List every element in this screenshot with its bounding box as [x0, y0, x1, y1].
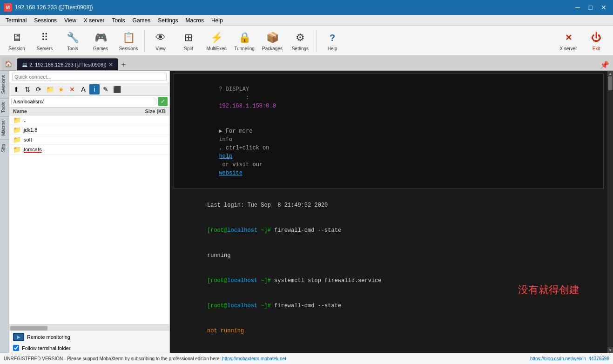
file-list-header: Name Size (KB [9, 108, 169, 115]
tab-bar: 🏠 💻 2. 192.168.126.233 ([JTtest0908]) ✕ … [0, 56, 613, 71]
multiexec-button[interactable]: ⚡ MultiExec [203, 28, 229, 54]
path-bar: ✓ [9, 96, 169, 108]
upload-button[interactable]: ⬆ [11, 84, 21, 94]
side-tabs: Sessions Tools Macros Sftp [0, 71, 9, 353]
delete-button[interactable]: ✕ [67, 84, 77, 94]
follow-terminal-checkbox[interactable]: Follow terminal folder [9, 343, 169, 353]
refresh-button[interactable]: ⟳ [34, 84, 44, 94]
quick-connect-input[interactable] [12, 73, 167, 81]
close-button[interactable]: ✕ [598, 3, 609, 12]
sftp-side-tab[interactable]: Sftp [0, 140, 9, 156]
list-item[interactable]: 📁 jdk1.8 [9, 125, 169, 135]
session-label: Session [8, 46, 25, 51]
remote-monitoring-label: Remote monitoring [27, 334, 70, 340]
scrollbar-thumb[interactable] [10, 326, 47, 330]
menu-macros[interactable]: Macros [182, 16, 208, 25]
sessions2-icon: 📋 [121, 30, 136, 45]
settings-icon: ⚙ [293, 30, 308, 45]
servers-button[interactable]: ⠿ Servers [32, 28, 58, 54]
list-item[interactable]: 📁 tomcats [9, 145, 169, 155]
more-button[interactable]: ⬛ [112, 84, 122, 94]
tools-button[interactable]: 🔧 Tools [60, 28, 86, 54]
monitor-icon: ▶ [13, 333, 24, 341]
bookmark-button[interactable]: ★ [56, 84, 66, 94]
terminal-line: [root@localhost ~]# firewall-cmd --list-… [174, 344, 604, 353]
help-icon: ? [325, 30, 340, 45]
tools-label: Tools [67, 46, 78, 51]
session-button[interactable]: 🖥 Session [4, 28, 30, 54]
macros-side-tab[interactable]: Macros [0, 116, 9, 140]
menu-sessions[interactable]: Sessions [30, 16, 61, 25]
remote-monitoring-button[interactable]: ▶ Remote monitoring [9, 331, 169, 343]
pin-button[interactable]: 📌 [598, 60, 611, 70]
tab-close-button[interactable]: ✕ [108, 61, 113, 68]
help-button[interactable]: ? Help [319, 28, 345, 54]
horizontal-scrollbar[interactable] [9, 324, 169, 331]
tunneling-button[interactable]: 🔒 Tunneling [231, 28, 257, 54]
terminal-tab[interactable]: 💻 2. 192.168.126.233 ([JTtest0908]) ✕ [17, 58, 118, 70]
sessions2-label: Sessions [119, 46, 138, 51]
terminal-scrollbar[interactable]: ▲ ▼ [607, 71, 613, 353]
minimize-button[interactable]: ─ [572, 3, 583, 12]
mobatek-link[interactable]: https://mobaxterm.mobatek.net [222, 356, 286, 361]
multiexec-icon: ⚡ [209, 30, 224, 45]
games-icon: 🎮 [93, 30, 108, 45]
menu-settings[interactable]: Settings [154, 16, 182, 25]
sort-button[interactable]: ⇅ [22, 84, 33, 94]
settings-button[interactable]: ⚙ Settings [287, 28, 313, 54]
xserver-button[interactable]: ✕ X server [555, 28, 581, 54]
scroll-down-arrow[interactable]: ▼ [607, 347, 613, 353]
sessions-side-tab[interactable]: Sessions [0, 71, 9, 98]
menu-games[interactable]: Games [129, 16, 155, 25]
terminal-line: [root@localhost ~]# firewall-cmd --state [174, 218, 604, 243]
list-item[interactable]: 📁 soft [9, 135, 169, 145]
menu-help[interactable]: Help [208, 16, 227, 25]
tools-icon: 🔧 [65, 30, 80, 45]
scroll-up-arrow[interactable]: ▲ [607, 71, 613, 76]
scrollbar-thumb[interactable] [608, 76, 613, 90]
list-item[interactable]: 📁 .. [9, 115, 169, 125]
terminal-line: [root@localhost ~]# firewall-cmd --state [174, 293, 604, 318]
maximize-button[interactable]: □ [585, 3, 596, 12]
chinese-annotation: 没有就得创建 [518, 283, 579, 297]
scrollbar-track[interactable] [607, 76, 613, 347]
website-link[interactable]: website [219, 170, 242, 176]
menu-view[interactable]: View [61, 16, 80, 25]
menu-terminal[interactable]: Terminal [2, 16, 30, 25]
packages-icon: 📦 [265, 30, 280, 45]
menu-tools[interactable]: Tools [108, 16, 129, 25]
file-name: jdk1.8 [24, 127, 138, 133]
tools-side-tab[interactable]: Tools [0, 98, 9, 116]
view-label: View [155, 46, 166, 51]
rename-button[interactable]: A [78, 84, 88, 94]
edit-button[interactable]: ✎ [101, 84, 111, 94]
split-button[interactable]: ⊞ Split [175, 28, 202, 54]
display-line: ? DISPLAY : 192.168.1.158:0.0 [179, 77, 599, 119]
help-link[interactable]: help [219, 153, 232, 160]
games-button[interactable]: 🎮 Games [88, 28, 114, 54]
new-folder-button[interactable]: 📁 [45, 84, 55, 94]
packages-button[interactable]: 📦 Packages [259, 28, 285, 54]
menu-xserver[interactable]: X server [80, 16, 108, 25]
home-button[interactable]: 🏠 [2, 57, 15, 70]
terminal-line: running [174, 243, 604, 268]
exit-button[interactable]: ⏻ Exit [583, 28, 609, 54]
path-input[interactable] [11, 98, 156, 105]
exit-label: Exit [593, 46, 600, 51]
folder-icon: 📁 [13, 126, 21, 134]
window-title: 192.168.126.233 ([JTtest0908]) [15, 4, 93, 11]
sessions2-button[interactable]: 📋 Sessions [115, 28, 141, 54]
info-button[interactable]: i [89, 84, 100, 94]
follow-terminal-check[interactable] [13, 345, 19, 351]
csdn-link[interactable]: https://blog.csdn.net/weixin_44376598 [530, 356, 609, 361]
split-icon: ⊞ [181, 30, 196, 45]
exit-icon: ⏻ [589, 30, 604, 45]
view-button[interactable]: 👁 View [148, 28, 174, 54]
help-label: Help [328, 46, 337, 51]
terminal-panel[interactable]: ? DISPLAY : 192.168.1.158:0.0 ▶ For more… [170, 71, 607, 353]
name-column-header: Name [13, 108, 138, 114]
status-bar: UNREGISTERED VERSION - Please support Mo… [0, 353, 613, 364]
new-tab-button[interactable]: + [118, 59, 129, 70]
toolbar: 🖥 Session ⠿ Servers 🔧 Tools 🎮 Games 📋 Se… [0, 26, 613, 56]
path-go-button[interactable]: ✓ [158, 97, 168, 106]
